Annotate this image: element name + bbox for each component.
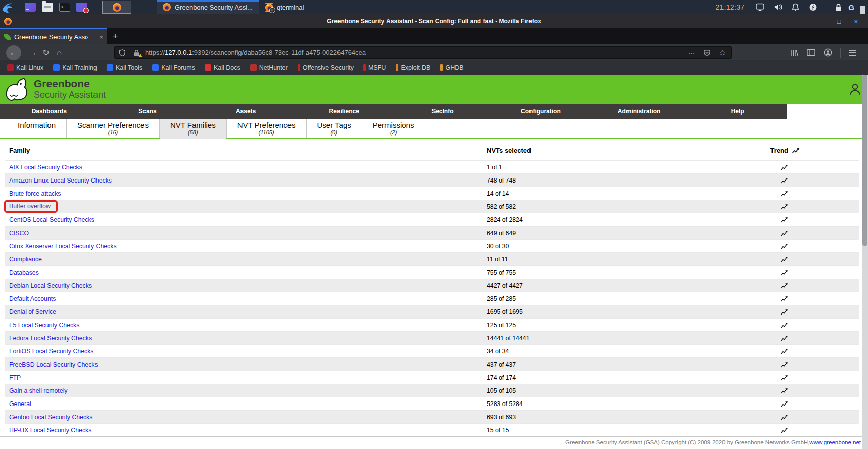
forward-button[interactable]: → [26, 48, 39, 57]
page-scrollbar[interactable] [862, 75, 868, 449]
bookmark-item[interactable]: GHDB [440, 64, 463, 71]
family-link[interactable]: Debian Local Security Checks [9, 282, 92, 289]
greenbone-link[interactable]: www.greenbone.net [809, 439, 861, 445]
tracking-shield-icon[interactable] [119, 49, 126, 56]
browser-tab[interactable]: Greenbone Security Assis × [0, 28, 107, 44]
bookmark-label: GHDB [445, 64, 463, 71]
display-icon[interactable] [756, 3, 764, 11]
volume-icon[interactable] [774, 3, 782, 11]
firefox-launcher[interactable] [102, 1, 131, 14]
scanconfig-tab[interactable]: NVT Preferences (1105) [226, 119, 306, 138]
library-icon[interactable] [790, 49, 799, 57]
g-indicator-icon[interactable]: G [848, 3, 854, 12]
trend-up-icon [781, 375, 788, 381]
family-link[interactable]: Fedora Local Security Checks [9, 335, 92, 342]
family-link[interactable]: General [9, 400, 31, 408]
family-link[interactable]: Citrix Xenserver Local Security Checks [9, 243, 117, 250]
family-link[interactable]: Default Accounts [9, 295, 56, 302]
lock-icon[interactable] [834, 3, 843, 11]
family-link[interactable]: Compliance [9, 256, 42, 263]
power-icon[interactable] [809, 3, 817, 11]
home-button[interactable]: ⌂ [53, 48, 66, 57]
scrollbar-thumb[interactable] [862, 75, 867, 246]
family-link[interactable]: Brute force attacks [9, 190, 61, 197]
bookmark-favicon [53, 64, 60, 71]
table-header-row: Family NVTs selected Trend [5, 139, 859, 160]
bookmark-item[interactable]: Kali Forums [152, 64, 195, 71]
family-link[interactable]: FTP [9, 374, 21, 381]
bookmark-star-icon[interactable]: ☆ [719, 48, 726, 57]
family-link[interactable]: FreeBSD Local Security Checks [9, 361, 98, 368]
family-link[interactable]: CentOS Local Security Checks [9, 216, 94, 223]
url-text[interactable]: https://127.0.0.1:9392/scanconfig/daba56… [145, 49, 688, 56]
folder-icon[interactable] [42, 3, 53, 12]
nvt-families-table: Family NVTs selected Trend AIX Local Sec… [5, 139, 859, 436]
family-link[interactable]: CISCO [9, 230, 29, 237]
minimize-button[interactable]: – [820, 18, 824, 25]
bookmark-item[interactable]: NetHunter [250, 64, 288, 71]
menu-item[interactable]: Scans [99, 104, 197, 119]
bookmark-item[interactable]: Kali Docs [205, 64, 240, 71]
bookmark-item[interactable]: Offensive Security [298, 64, 354, 71]
notifications-bell-icon[interactable] [791, 3, 800, 11]
page-content: Information Scanner Preferences (16) NVT… [0, 119, 868, 447]
bookmark-label: Kali Tools [116, 64, 142, 71]
screen-record-icon[interactable] [76, 3, 87, 12]
menu-item[interactable]: SecInfo [394, 104, 492, 119]
bookmark-item[interactable]: Kali Linux [7, 64, 43, 71]
highlight-annotation: Debian Local Security Checks [9, 282, 92, 289]
maximize-button[interactable]: □ [837, 18, 841, 25]
nvts-selected-value: 1695 of 1695 [483, 308, 738, 316]
connection-lock-icon[interactable] [133, 49, 140, 56]
show-desktop-button[interactable] [860, 6, 865, 14]
close-button[interactable]: × [854, 18, 858, 25]
user-account-icon[interactable] [848, 82, 862, 96]
menu-item[interactable]: Configuration [492, 104, 590, 119]
back-button[interactable]: ← [6, 45, 21, 60]
family-link[interactable]: Gain a shell remotely [9, 387, 68, 394]
tab-close-icon[interactable]: × [99, 33, 103, 41]
nvts-selected-value: 693 of 693 [483, 414, 738, 421]
bookmark-item[interactable]: Kali Tools [107, 64, 142, 71]
terminal-icon[interactable]: >_ [59, 3, 70, 12]
sidebar-icon[interactable] [807, 49, 815, 56]
taskbar-window-button[interactable]: Greenbone Security Assi... [157, 0, 259, 14]
family-link[interactable]: Buffer overflow [9, 203, 51, 210]
menu-item[interactable]: Administration [590, 104, 689, 119]
menu-item[interactable]: Dashboards [0, 104, 99, 119]
menu-hamburger-icon[interactable] [849, 50, 856, 56]
taskbar-window-button[interactable]: 2 qterminal [259, 0, 345, 14]
highlight-annotation: Denial of Service [9, 308, 56, 316]
scanconfig-tab[interactable]: Permissions (2) [362, 119, 425, 138]
reload-button[interactable]: ↻ [39, 48, 53, 57]
kali-logo-icon[interactable] [1, 1, 14, 13]
file-manager-icon[interactable] [25, 3, 36, 12]
scanconfig-tab[interactable]: User Tags (0) [306, 119, 362, 138]
scanconfig-tab[interactable]: Information [7, 119, 66, 138]
url-bar[interactable]: https://127.0.0.1:9392/scanconfig/daba56… [114, 46, 732, 59]
scanconfig-tab[interactable]: NVT Families (58) [159, 119, 226, 138]
family-link[interactable]: Databases [9, 269, 39, 276]
tab-count: (16) [77, 129, 149, 136]
firefox-toolbar: ← → ↻ ⌂ https://127.0.0.1:9392/scanconfi… [0, 44, 868, 60]
trend-up-icon [781, 296, 788, 302]
family-link[interactable]: F5 Local Security Checks [9, 322, 79, 329]
pocket-icon[interactable] [703, 49, 711, 56]
account-icon[interactable] [824, 48, 832, 57]
family-link[interactable]: FortiOS Local Security Checks [9, 348, 93, 355]
bookmark-item[interactable]: MSFU [363, 64, 386, 71]
family-link[interactable]: Amazon Linux Local Security Checks [9, 177, 112, 184]
menu-item[interactable]: Resilience [295, 104, 394, 119]
menu-item[interactable]: Assets [197, 104, 295, 119]
new-tab-button[interactable]: + [107, 28, 123, 44]
family-link[interactable]: Denial of Service [9, 308, 56, 316]
family-link[interactable]: HP-UX Local Security Checks [9, 427, 91, 434]
menu-item[interactable]: Help [688, 104, 787, 119]
family-link[interactable]: Gentoo Local Security Checks [9, 414, 92, 421]
bookmark-item[interactable]: Exploit-DB [396, 64, 430, 71]
family-link[interactable]: AIX Local Security Checks [9, 164, 82, 171]
bookmark-item[interactable]: Kali Training [53, 64, 97, 71]
page-actions-icon[interactable]: ⋯ [688, 49, 695, 57]
scanconfig-tab[interactable]: Scanner Preferences (16) [66, 119, 159, 138]
window-app-icon [163, 3, 171, 12]
